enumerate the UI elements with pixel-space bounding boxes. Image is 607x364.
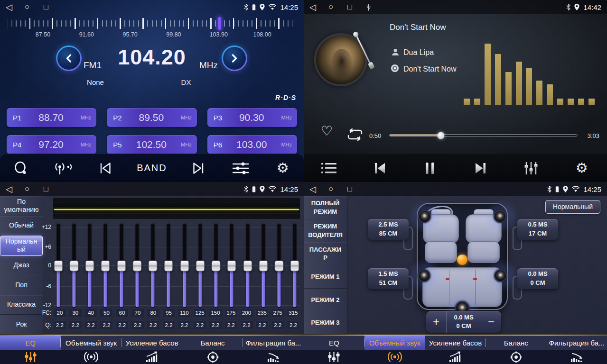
slider-handle[interactable]	[180, 260, 189, 271]
eq-band-slider-13[interactable]	[258, 224, 268, 308]
q-value-5[interactable]: 2.2	[131, 320, 144, 330]
fc-value-10[interactable]: 150	[209, 308, 222, 318]
band-button[interactable]: BAND	[137, 163, 167, 173]
q-value-14[interactable]: 2.2	[271, 320, 284, 330]
radio-preset-P1[interactable]: P188.70MHz	[7, 108, 96, 127]
q-value-9[interactable]: 2.2	[193, 320, 206, 330]
slider-handle[interactable]	[149, 260, 158, 271]
eq-band-slider-5[interactable]	[132, 224, 142, 308]
tab-bass-boost[interactable]: Усиление басов	[425, 336, 486, 350]
playlist-button[interactable]	[318, 162, 339, 174]
speaker-front-right-icon[interactable]	[494, 210, 506, 223]
nav-home-icon[interactable]: ○	[25, 2, 44, 12]
radio-preset-P5[interactable]: P5102.50MHz	[107, 135, 196, 154]
q-value-13[interactable]: 2.2	[255, 320, 269, 330]
eq-band-slider-4[interactable]	[116, 224, 126, 308]
q-value-11[interactable]: 2.2	[224, 320, 238, 330]
eq-band-slider-9[interactable]	[195, 224, 205, 308]
settings-button[interactable]: ⚙	[571, 161, 592, 175]
frequency-dial[interactable]: 87.5091.6095.7099.80103.90108.00	[7, 17, 297, 39]
nav-back-icon[interactable]: ◁	[309, 184, 328, 194]
q-value-0[interactable]: 2.2	[53, 320, 66, 330]
nav-home-icon[interactable]: ○	[328, 184, 347, 194]
eq-preset-5[interactable]: Классика	[0, 295, 43, 315]
eq-settings-button[interactable]	[230, 161, 251, 175]
sf-mode-2[interactable]: ПАССАЖИР	[304, 242, 347, 265]
next-track-button[interactable]	[470, 162, 491, 175]
q-value-7[interactable]: 2.2	[162, 320, 176, 330]
tab-bass-boost-icon[interactable]	[121, 350, 182, 364]
fc-value-4[interactable]: 60	[115, 308, 129, 318]
slider-handle[interactable]	[196, 260, 205, 271]
broadcast-button[interactable]	[53, 161, 74, 176]
tab-surround-icon[interactable]	[364, 350, 425, 364]
seek-next-button[interactable]	[188, 162, 209, 175]
tab-eq-icon[interactable]	[304, 350, 364, 364]
repeat-button[interactable]	[346, 128, 364, 141]
listening-position-marker[interactable]	[457, 255, 467, 265]
slider-handle[interactable]	[290, 260, 299, 271]
tab-eq[interactable]: EQ	[304, 336, 364, 350]
speaker-rear-right-icon[interactable]	[494, 269, 507, 282]
tab-bass-boost[interactable]: Усиление басов	[121, 336, 182, 350]
eq-band-slider-15[interactable]	[290, 224, 300, 308]
slider-handle[interactable]	[243, 260, 252, 271]
eq-preset-1[interactable]: Обычай	[0, 216, 43, 236]
fc-value-7[interactable]: 95	[162, 308, 176, 318]
slider-handle[interactable]	[212, 260, 221, 271]
radio-preset-P3[interactable]: P390.30MHz	[207, 108, 297, 127]
slider-handle[interactable]	[117, 260, 126, 271]
delay-front-right-button[interactable]: 0.5 MS17 CM	[517, 219, 558, 240]
tab-balance-icon[interactable]	[182, 350, 243, 364]
slider-handle[interactable]	[227, 260, 236, 271]
nav-home-icon[interactable]: ○	[328, 2, 347, 12]
seek-bar-knob[interactable]	[437, 132, 444, 139]
eq-band-slider-1[interactable]	[69, 224, 79, 308]
previous-track-button[interactable]	[369, 162, 390, 175]
tab-filter-icon[interactable]	[546, 350, 607, 364]
eq-band-slider-14[interactable]	[274, 224, 284, 308]
tab-bass-boost-icon[interactable]	[425, 350, 486, 364]
q-value-10[interactable]: 2.2	[209, 320, 222, 330]
sf-mode-1[interactable]: РЕЖИМ ВОДИТЕЛЯ	[304, 219, 347, 243]
slider-handle[interactable]	[85, 260, 94, 271]
sf-mode-3[interactable]: РЕЖИМ 1	[304, 265, 347, 289]
nav-back-icon[interactable]: ◁	[309, 2, 328, 12]
tune-up-button[interactable]	[222, 46, 247, 71]
eq-preset-2[interactable]: Нормальный	[0, 236, 43, 256]
eq-band-slider-2[interactable]	[85, 224, 95, 308]
decrease-delay-button[interactable]: −	[481, 311, 501, 333]
soundfield-preset-button[interactable]: Нормальный	[545, 200, 600, 214]
fc-value-9[interactable]: 125	[193, 308, 206, 318]
sf-mode-0[interactable]: ПОЛНЫЙ РЕЖИМ	[304, 196, 347, 219]
settings-button[interactable]: ⚙	[272, 161, 293, 175]
tab-eq[interactable]: EQ	[0, 336, 61, 350]
radio-preset-P4[interactable]: P497.20MHz	[7, 135, 96, 154]
q-value-8[interactable]: 2.2	[177, 320, 191, 330]
delay-rear-left-button[interactable]: 1.5 MS51 CM	[368, 268, 409, 289]
nav-recents-icon[interactable]: □	[347, 185, 366, 193]
eq-band-slider-7[interactable]	[164, 224, 174, 308]
fc-value-11[interactable]: 175	[224, 308, 238, 318]
radio-preset-P6[interactable]: P6103.00MHz	[207, 135, 297, 154]
tab-surround-icon[interactable]	[61, 350, 121, 364]
q-value-15[interactable]: 2.2	[287, 320, 300, 330]
eq-preset-3[interactable]: Джаз	[0, 256, 43, 276]
speaker-front-left-icon[interactable]	[418, 210, 431, 223]
tab-filter[interactable]: Фильтрация ба...	[243, 336, 304, 350]
q-value-2[interactable]: 2.2	[84, 320, 98, 330]
fc-value-12[interactable]: 200	[240, 308, 253, 318]
tab-balance-icon[interactable]	[486, 350, 546, 364]
q-value-4[interactable]: 2.2	[115, 320, 129, 330]
eq-band-slider-10[interactable]	[211, 224, 221, 308]
fc-value-2[interactable]: 40	[84, 308, 98, 318]
q-value-6[interactable]: 2.2	[147, 320, 160, 330]
slider-handle[interactable]	[69, 260, 78, 271]
fc-value-13[interactable]: 235	[255, 308, 269, 318]
slider-handle[interactable]	[132, 260, 141, 271]
eq-preset-4[interactable]: Поп	[0, 275, 43, 295]
eq-band-slider-6[interactable]	[148, 224, 158, 308]
tune-down-button[interactable]	[56, 46, 82, 71]
slider-handle[interactable]	[275, 260, 284, 271]
fc-value-0[interactable]: 20	[53, 308, 66, 318]
